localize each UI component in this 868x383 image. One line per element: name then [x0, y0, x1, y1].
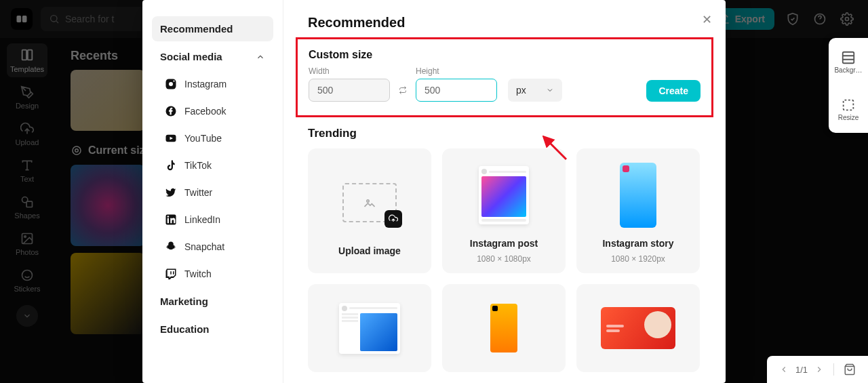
svg-point-12 [22, 270, 33, 281]
custom-size-heading: Custom size [309, 49, 701, 61]
sidebar-cat-education[interactable]: Education [152, 317, 273, 342]
rail-stickers[interactable]: Stickers [7, 264, 47, 297]
modal-title: Recommended [308, 15, 701, 31]
size-modal: Recommended Social media Instagram Faceb… [142, 0, 726, 383]
modal-main: Recommended ✕ Custom size Width Height [283, 0, 726, 383]
twitch-icon [164, 267, 178, 281]
rail-templates[interactable]: Templates [7, 43, 47, 77]
youtube-preview [601, 307, 675, 349]
background-tool[interactable]: Backgr… [834, 50, 862, 74]
current-thumb[interactable] [71, 165, 145, 246]
sub-snapchat[interactable]: Snapchat [152, 235, 273, 259]
svg-rect-7 [28, 50, 32, 60]
svg-line-3 [56, 21, 58, 23]
svg-rect-1 [22, 16, 27, 22]
sidebar-cat-social[interactable]: Social media [152, 44, 273, 69]
svg-rect-6 [22, 50, 26, 60]
svg-point-14 [75, 149, 79, 153]
card-instagram-story[interactable]: Instagram story 1080 × 1920px [576, 148, 700, 273]
page-prev-icon[interactable] [779, 365, 789, 374]
svg-rect-9 [26, 201, 32, 207]
custom-size-highlight: Custom size Width Height px [296, 37, 713, 117]
card-facebook-post[interactable] [308, 284, 431, 372]
rail-photos[interactable]: Photos [7, 228, 47, 260]
svg-point-25 [167, 216, 170, 218]
sub-tiktok[interactable]: TikTok [152, 153, 273, 178]
svg-rect-24 [167, 218, 169, 224]
youtube-icon [164, 132, 178, 145]
bottom-bar: 1/1 [767, 356, 868, 383]
sidebar-cat-marketing[interactable]: Marketing [152, 289, 273, 314]
shopping-bag-icon[interactable] [844, 363, 856, 376]
upload-placeholder [342, 183, 397, 222]
rail-shapes[interactable]: Shapes [7, 191, 47, 224]
rail-text[interactable]: Text [7, 155, 47, 187]
sub-instagram[interactable]: Instagram [152, 72, 273, 96]
target-icon [71, 144, 83, 157]
search-icon [49, 14, 60, 24]
sub-facebook[interactable]: Facebook [152, 99, 273, 123]
page-indicator: 1/1 [795, 365, 808, 375]
height-label: Height [416, 66, 497, 76]
svg-point-26 [367, 200, 369, 202]
snapchat-icon [164, 240, 178, 254]
rail-design[interactable]: Design [7, 81, 47, 114]
instagram-icon [164, 77, 178, 91]
card-upload-image[interactable]: Upload image [308, 148, 431, 273]
current-size-heading: Current size [88, 144, 151, 157]
tiktok-preview [490, 304, 517, 352]
trending-heading: Trending [308, 127, 701, 140]
fb-post-preview [339, 303, 400, 354]
card-instagram-post[interactable]: Instagram post 1080 × 1080px [442, 148, 566, 273]
svg-rect-0 [17, 16, 22, 22]
close-button[interactable]: ✕ [702, 12, 712, 27]
rail-upload[interactable]: Upload [7, 118, 47, 150]
shield-icon[interactable] [784, 10, 802, 28]
sub-linkedin[interactable]: LinkedIn [152, 207, 273, 232]
ig-post-preview [479, 166, 529, 224]
rail-more[interactable] [16, 305, 38, 327]
sub-youtube[interactable]: YouTube [152, 126, 273, 150]
card-youtube-thumbnail[interactable] [576, 284, 700, 372]
svg-point-2 [51, 16, 57, 22]
svg-point-19 [173, 80, 174, 81]
unit-select[interactable]: px [508, 79, 562, 102]
ig-story-preview [620, 163, 656, 228]
swap-dimensions-button[interactable] [397, 79, 409, 102]
svg-point-18 [169, 82, 173, 86]
facebook-icon [164, 104, 178, 118]
resize-tool[interactable]: Resize [838, 98, 859, 121]
twitter-icon [164, 186, 178, 199]
sidebar-cat-recommended[interactable]: Recommended [152, 16, 273, 41]
sub-twitter[interactable]: Twitter [152, 180, 273, 205]
right-panel: Backgr… Resize [829, 38, 868, 133]
chevron-down-icon [546, 86, 554, 94]
svg-point-11 [24, 236, 26, 238]
page-next-icon[interactable] [814, 365, 824, 374]
create-button[interactable]: Create [646, 80, 701, 102]
tiktok-icon [164, 159, 178, 172]
settings-icon[interactable] [838, 10, 856, 28]
width-label: Width [309, 66, 390, 76]
current-thumb[interactable] [71, 253, 145, 334]
search-placeholder: Search for t [65, 14, 114, 24]
cloud-upload-icon [384, 210, 402, 228]
linkedin-icon [164, 213, 178, 226]
svg-point-5 [846, 18, 849, 21]
recent-thumb[interactable] [71, 70, 145, 131]
chevron-up-icon [256, 52, 265, 62]
sub-twitch[interactable]: Twitch [152, 262, 273, 286]
card-tiktok-video[interactable] [442, 284, 566, 372]
svg-rect-15 [843, 52, 854, 63]
height-input[interactable] [416, 79, 497, 102]
left-rail: Templates Design Upload Text Shapes Phot… [0, 38, 54, 383]
help-icon[interactable] [811, 10, 829, 28]
modal-sidebar: Recommended Social media Instagram Faceb… [142, 0, 283, 383]
svg-rect-16 [844, 100, 854, 110]
width-input[interactable] [309, 79, 390, 102]
app-logo[interactable] [11, 8, 33, 30]
svg-point-13 [73, 146, 81, 155]
